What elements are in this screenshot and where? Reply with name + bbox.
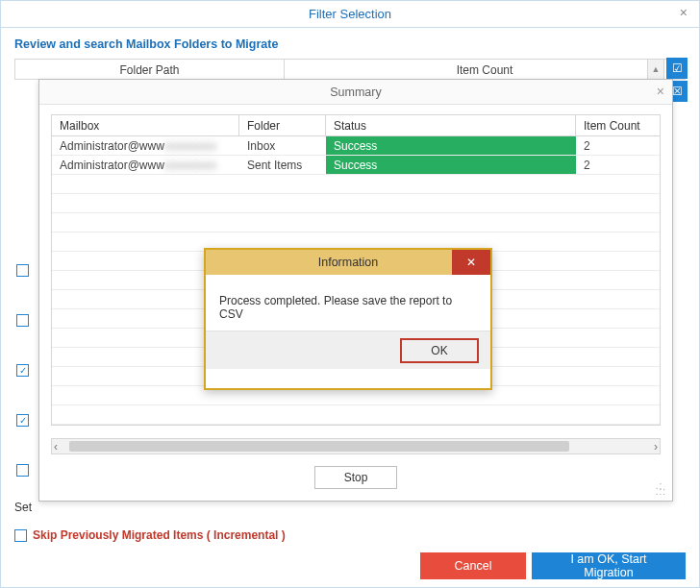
cell-item-count: 2	[576, 136, 660, 155]
left-checkbox-column: ✓ ✓	[16, 264, 29, 477]
col-item-count: Item Count	[285, 60, 685, 79]
table-row	[52, 175, 660, 194]
folder-table-header: Folder Path Item Count	[14, 59, 686, 80]
cell-mailbox: Administrator@wwwxxxxxxxxx	[52, 136, 239, 155]
mailbox-redacted: xxxxxxxxx	[164, 139, 216, 153]
information-dialog: Information ✕ Process completed. Please …	[204, 248, 492, 390]
information-footer: OK	[206, 331, 490, 369]
information-message: Process completed. Please save the repor…	[206, 275, 490, 331]
check-all-button[interactable]: ☑	[666, 58, 688, 79]
footer-buttons: Cancel I am OK, Start Migration	[420, 552, 686, 579]
scrollbar-thumb[interactable]	[69, 441, 569, 452]
folder-table-header-band: Folder Path Item Count ▲ ☑ ☒	[14, 59, 686, 80]
ok-button[interactable]: OK	[400, 338, 479, 363]
summary-table-header: Mailbox Folder Status Item Count	[52, 115, 660, 136]
table-row: Administrator@wwwxxxxxxxxx Inbox Success…	[52, 136, 660, 156]
mailbox-prefix: Administrator@www	[60, 159, 164, 172]
filter-titlebar: Filter Selection ×	[1, 1, 699, 28]
filter-title: Filter Selection	[309, 7, 391, 21]
row-checkbox[interactable]: ✓	[16, 414, 29, 427]
resize-grip-icon[interactable]: .:.::	[656, 483, 666, 495]
table-row	[52, 194, 660, 213]
summary-title: Summary	[330, 86, 381, 99]
filter-subheader: Review and search Mailbox Folders to Mig…	[1, 28, 699, 59]
scroll-left-icon[interactable]: ‹	[54, 440, 58, 453]
row-checkbox[interactable]: ✓	[16, 364, 29, 377]
skip-checkbox[interactable]	[14, 529, 27, 542]
row-checkbox[interactable]	[16, 264, 29, 277]
mailbox-redacted: xxxxxxxxx	[164, 159, 216, 172]
col-mailbox: Mailbox	[52, 115, 239, 135]
close-icon[interactable]: ×	[657, 84, 664, 99]
row-checkbox[interactable]	[16, 464, 29, 477]
close-icon[interactable]: ×	[674, 5, 693, 20]
scroll-up-icon[interactable]: ▲	[647, 59, 664, 80]
col-folder: Folder	[239, 115, 326, 135]
set-label: Set	[14, 501, 32, 514]
information-titlebar: Information ✕	[206, 250, 490, 275]
table-row: Administrator@wwwxxxxxxxxx Sent Items Su…	[52, 156, 660, 175]
status-badge: Success	[326, 136, 576, 155]
row-checkbox[interactable]	[16, 314, 29, 327]
information-title: Information	[318, 256, 379, 269]
cell-folder: Inbox	[239, 136, 326, 155]
cell-folder: Sent Items	[239, 156, 326, 174]
mailbox-prefix: Administrator@www	[60, 139, 164, 153]
stop-button[interactable]: Stop	[314, 466, 397, 489]
cell-item-count: 2	[576, 156, 660, 174]
cancel-button[interactable]: Cancel	[420, 552, 526, 579]
col-status: Status	[326, 115, 576, 135]
horizontal-scrollbar[interactable]: ‹ ›	[51, 438, 661, 454]
summary-titlebar: Summary ×	[39, 80, 672, 105]
cell-mailbox: Administrator@wwwxxxxxxxxx	[52, 156, 239, 174]
status-badge: Success	[326, 156, 576, 174]
col-folder-path: Folder Path	[15, 60, 285, 79]
col-item-count: Item Count	[576, 115, 660, 135]
skip-label: Skip Previously Migrated Items ( Increme…	[33, 528, 286, 542]
skip-previously-migrated-row[interactable]: Skip Previously Migrated Items ( Increme…	[14, 528, 286, 542]
table-row	[52, 405, 660, 425]
close-button[interactable]: ✕	[452, 250, 490, 275]
table-row	[52, 213, 660, 233]
scroll-right-icon[interactable]: ›	[654, 440, 658, 453]
start-migration-button[interactable]: I am OK, Start Migration	[532, 552, 686, 579]
